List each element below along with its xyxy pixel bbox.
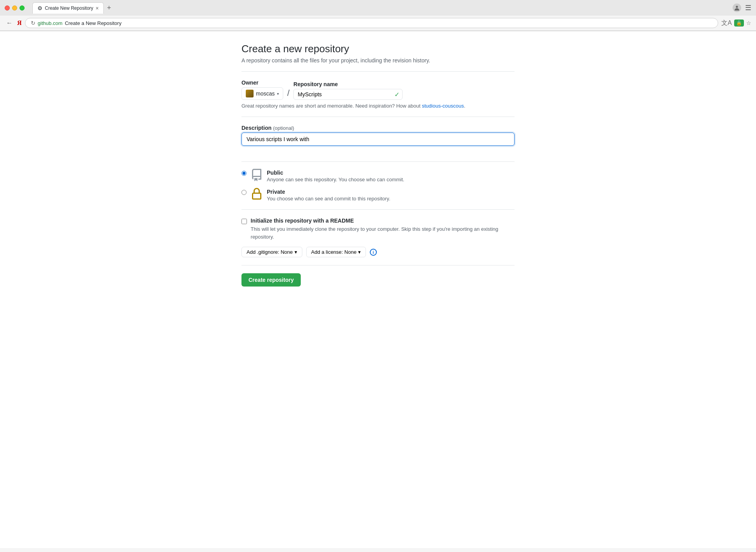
- section-divider-4: [241, 265, 515, 265]
- extras-row: Add .gitignore: None ▾ Add a license: No…: [241, 247, 515, 257]
- page-subtitle: A repository contains all the files for …: [241, 57, 515, 64]
- section-divider-3: [241, 209, 515, 210]
- bookmark-icon[interactable]: ☆: [746, 20, 751, 26]
- repo-name-valid-icon: ✓: [394, 91, 399, 98]
- gitignore-dropdown[interactable]: Add .gitignore: None ▾: [241, 247, 302, 257]
- traffic-lights: [5, 5, 25, 11]
- hamburger-menu-icon[interactable]: ☰: [745, 4, 751, 12]
- repo-name-input[interactable]: [293, 89, 403, 100]
- public-option: Public Anyone can see this repository. Y…: [241, 170, 515, 182]
- maximize-window-button[interactable]: [20, 5, 25, 11]
- owner-group: Owner moscas ▾: [241, 80, 283, 100]
- tab-close-button[interactable]: ×: [96, 5, 99, 11]
- gitignore-arrow: ▾: [295, 249, 297, 255]
- description-label-wrapper: Description (optional): [241, 125, 515, 131]
- section-divider-2: [241, 161, 515, 162]
- page-title: Create a new repository: [241, 43, 515, 55]
- description-input[interactable]: [241, 133, 515, 146]
- private-option: Private You choose who can see and commi…: [241, 189, 515, 202]
- address-bar-icons: 文A 🔒 ☆: [721, 19, 751, 27]
- address-title: Create a New Repository: [65, 20, 121, 26]
- section-divider-1: [241, 117, 515, 117]
- active-tab[interactable]: ⚙ Create New Repository ×: [32, 2, 104, 14]
- slash-divider: /: [287, 89, 289, 97]
- suggestion-link[interactable]: studious-couscous: [422, 103, 464, 109]
- private-lock-icon: [250, 188, 263, 200]
- page-wrapper: Create a new repository A repository con…: [0, 31, 756, 548]
- visibility-section: Public Anyone can see this repository. Y…: [241, 170, 515, 202]
- create-repository-button[interactable]: Create repository: [241, 273, 301, 287]
- reload-icon[interactable]: ↻: [31, 20, 35, 26]
- description-section: Description (optional): [241, 125, 515, 154]
- init-readme-checkbox[interactable]: [241, 219, 247, 224]
- translate-icon[interactable]: 文A: [721, 19, 732, 27]
- owner-select[interactable]: moscas ▾: [241, 87, 283, 100]
- address-url: github.com: [38, 20, 63, 26]
- address-bar: ← Я ↻ github.com Create a New Repository…: [0, 16, 756, 31]
- owner-name: moscas: [256, 90, 275, 97]
- repo-name-label: Repository name: [293, 81, 403, 87]
- back-button[interactable]: ←: [5, 19, 14, 27]
- profile-icon[interactable]: [733, 4, 741, 12]
- close-window-button[interactable]: [5, 5, 10, 11]
- owner-avatar: [246, 90, 254, 97]
- tab-bar: ⚙ Create New Repository × +: [29, 2, 117, 14]
- repo-name-input-wrapper: ✓: [293, 89, 403, 100]
- owner-dropdown-arrow: ▾: [277, 92, 279, 96]
- address-input[interactable]: ↻ github.com Create a New Repository: [25, 18, 719, 28]
- repo-name-group: Repository name ✓: [293, 81, 403, 100]
- private-text: Private You choose who can see and commi…: [267, 189, 390, 202]
- page-header: Create a new repository A repository con…: [241, 43, 515, 64]
- page-content: Create a new repository A repository con…: [234, 31, 522, 302]
- browser-chrome: ⚙ Create New Repository × + ☰ ← Я ↻ gith…: [0, 0, 756, 31]
- github-icon: ⚙: [37, 5, 43, 11]
- private-radio[interactable]: [241, 190, 247, 195]
- header-divider: [241, 71, 515, 72]
- description-optional: (optional): [273, 125, 294, 131]
- minimize-window-button[interactable]: [12, 5, 17, 11]
- owner-repo-row: Owner moscas ▾ / Repository name ✓: [241, 80, 515, 100]
- public-text: Public Anyone can see this repository. Y…: [267, 170, 404, 182]
- repo-name-hint: Great repository names are short and mem…: [241, 103, 515, 109]
- title-bar: ⚙ Create New Repository × + ☰: [0, 0, 756, 16]
- yandex-logo[interactable]: Я: [17, 19, 22, 27]
- readme-text: Initialize this repository with a README…: [251, 218, 515, 241]
- lock-icon[interactable]: 🔒: [734, 19, 744, 27]
- public-radio[interactable]: [241, 171, 247, 176]
- info-icon[interactable]: i: [370, 249, 377, 256]
- readme-option: Initialize this repository with a README…: [241, 218, 515, 241]
- new-tab-button[interactable]: +: [105, 4, 114, 11]
- public-book-icon: [250, 169, 263, 181]
- license-arrow: ▾: [358, 249, 361, 255]
- owner-label: Owner: [241, 80, 283, 86]
- license-dropdown[interactable]: Add a license: None ▾: [306, 247, 366, 257]
- description-label: Description: [241, 125, 272, 131]
- tab-title: Create New Repository: [45, 5, 93, 11]
- readme-section: Initialize this repository with a README…: [241, 218, 515, 241]
